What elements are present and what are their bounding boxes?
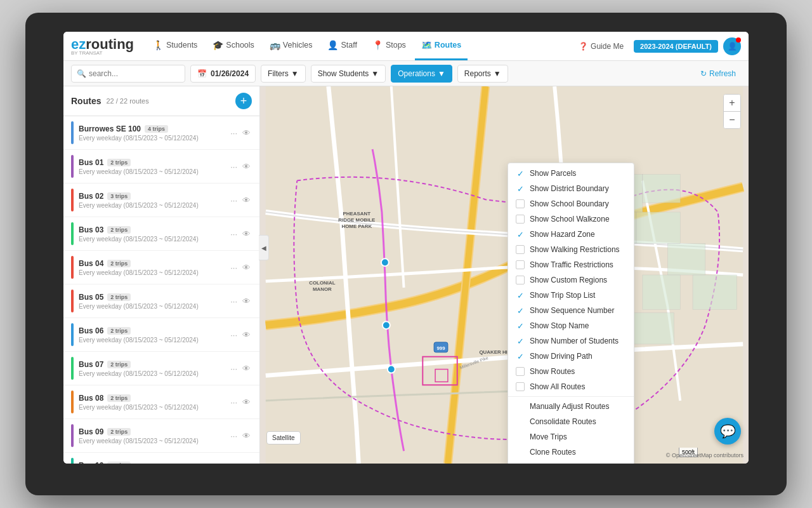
year-badge[interactable]: 2023-2024 (DEFAULT) xyxy=(634,40,718,53)
route-more-button[interactable]: ··· xyxy=(229,228,239,240)
ops-item-show_number_of_students[interactable]: Show Number of Students xyxy=(508,333,634,349)
toolbar: 🔍 📅 01/26/2024 Filters ▼ Show Students ▼… xyxy=(63,61,749,86)
ops-divider xyxy=(508,396,634,397)
ops-item-auto_generate[interactable]: Auto Generate Routes xyxy=(508,460,634,464)
ops-item-show_school_boundary[interactable]: Show School Boundary xyxy=(508,196,634,211)
filters-button[interactable]: Filters ▼ xyxy=(261,65,306,83)
route-actions: ··· 👁 xyxy=(229,363,252,375)
operations-button[interactable]: Operations ▼ xyxy=(391,65,452,83)
satellite-button[interactable]: Satellite xyxy=(266,431,301,444)
route-more-button[interactable]: ··· xyxy=(229,464,239,464)
operations-label: Operations xyxy=(398,69,435,78)
reports-button[interactable]: Reports ▼ xyxy=(457,65,508,83)
chat-widget[interactable]: 💬 xyxy=(714,418,741,444)
ops-item-move_trips[interactable]: Move Trips xyxy=(508,429,634,444)
route-item[interactable]: Burrowes SE 100 4 trips Every weekday (0… xyxy=(63,116,259,150)
route-item[interactable]: Bus 08 2 trips Every weekday (08/15/2023… xyxy=(63,385,259,419)
date-button[interactable]: 📅 01/26/2024 xyxy=(190,65,256,83)
map-area[interactable]: PHEASANT RIDGE MOBILE HOME PARK COLONIAL… xyxy=(260,86,749,464)
ops-item-show_routes[interactable]: Show Routes xyxy=(508,364,634,379)
filters-label: Filters xyxy=(268,69,289,78)
ops-item-show_custom_regions[interactable]: Show Custom Regions xyxy=(508,272,634,288)
route-more-button[interactable]: ··· xyxy=(229,329,239,341)
show-students-button[interactable]: Show Students ▼ xyxy=(311,65,386,83)
nav-item-stops[interactable]: 📍 Stops xyxy=(366,32,412,60)
route-more-button[interactable]: ··· xyxy=(229,127,239,139)
nav-item-schools[interactable]: 🎓 Schools xyxy=(206,32,260,60)
route-item[interactable]: Bus 01 2 trips Every weekday (08/15/2023… xyxy=(63,150,259,184)
route-visibility-button[interactable]: 👁 xyxy=(241,161,252,173)
collapse-panel-button[interactable]: ◀ xyxy=(259,235,269,260)
ops-checkbox-show_routes xyxy=(516,367,525,376)
trip-badge: 2 trips xyxy=(107,293,131,301)
zoom-out-button[interactable]: − xyxy=(724,112,740,128)
search-input[interactable] xyxy=(89,69,180,78)
route-visibility-button[interactable]: 👁 xyxy=(241,194,252,206)
zoom-in-button[interactable]: + xyxy=(724,95,740,111)
route-visibility-button[interactable]: 👁 xyxy=(241,430,252,442)
route-schedule: Every weekday (08/15/2023 ~ 05/12/2024) xyxy=(79,438,229,444)
route-more-button[interactable]: ··· xyxy=(229,430,239,442)
route-item[interactable]: Bus 05 2 trips Every weekday (08/15/2023… xyxy=(63,284,259,318)
ops-item-show_driving_path[interactable]: Show Driving Path xyxy=(508,349,634,364)
route-actions: ··· 👁 xyxy=(229,161,252,173)
trip-badge: 3 trips xyxy=(107,192,131,200)
ops-item-show_school_walkzone[interactable]: Show School Walkzone xyxy=(508,211,634,227)
nav-item-students[interactable]: 🚶 Students xyxy=(147,32,204,60)
route-visibility-button[interactable]: 👁 xyxy=(241,464,252,464)
route-more-button[interactable]: ··· xyxy=(229,363,239,375)
ops-item-manually_adjust[interactable]: Manually Adjust Routes xyxy=(508,399,634,414)
nav-item-vehicles[interactable]: 🚌 Vehicles xyxy=(263,32,319,60)
route-item[interactable]: Bus 02 3 trips Every weekday (08/15/2023… xyxy=(63,184,259,217)
route-visibility-button[interactable]: 👁 xyxy=(241,329,252,341)
ops-item-show_hazard_zone[interactable]: Show Hazard Zone xyxy=(508,227,634,242)
ops-item-show_trip_stop_list[interactable]: Show Trip Stop List xyxy=(508,288,634,303)
satellite-label: Satellite xyxy=(272,434,295,441)
svg-text:COLONIAL: COLONIAL xyxy=(309,280,335,286)
route-visibility-button[interactable]: 👁 xyxy=(241,262,252,274)
route-actions: ··· 👁 xyxy=(229,464,252,464)
route-visibility-button[interactable]: 👁 xyxy=(241,295,252,307)
ops-item-show_sequence_number[interactable]: Show Sequence Number xyxy=(508,303,634,318)
route-actions: ··· 👁 xyxy=(229,228,252,240)
route-more-button[interactable]: ··· xyxy=(229,396,239,408)
route-visibility-button[interactable]: 👁 xyxy=(241,228,252,240)
route-visibility-button[interactable]: 👁 xyxy=(241,363,252,375)
trip-badge: 2 trips xyxy=(107,260,131,267)
ops-item-show_stop_name[interactable]: Show Stop Name xyxy=(508,318,634,333)
route-item[interactable]: Bus 07 2 trips Every weekday (08/15/2023… xyxy=(63,352,259,385)
ops-item-consolidate_routes[interactable]: Consolidate Routes xyxy=(508,414,634,429)
ops-item-show_walking_restrictions[interactable]: Show Walking Restrictions xyxy=(508,242,634,257)
nav-item-staff[interactable]: 👤 Staff xyxy=(321,32,363,60)
routes-count: 22 / 22 routes xyxy=(106,97,148,105)
route-more-button[interactable]: ··· xyxy=(229,161,239,173)
ops-label-show_driving_path: Show Driving Path xyxy=(530,352,593,361)
guide-button[interactable]: ❓ Guide Me xyxy=(573,39,629,53)
ops-label-show_school_boundary: Show School Boundary xyxy=(530,199,609,208)
route-item[interactable]: Bus 09 2 trips Every weekday (08/15/2023… xyxy=(63,419,259,453)
nav-item-routes[interactable]: 🗺️ Routes xyxy=(415,32,468,60)
refresh-button[interactable]: ↻ Refresh xyxy=(695,67,741,81)
add-route-button[interactable]: + xyxy=(235,93,252,109)
route-item[interactable]: Bus 06 2 trips Every weekday (08/15/2023… xyxy=(63,318,259,352)
route-more-button[interactable]: ··· xyxy=(229,194,239,206)
laptop-frame: ezrouting BY TRANSAT 🚶 Students 🎓 School… xyxy=(25,13,787,495)
route-more-button[interactable]: ··· xyxy=(229,262,239,274)
route-item[interactable]: Bus 04 2 trips Every weekday (08/15/2023… xyxy=(63,251,259,284)
route-item[interactable]: Bus 03 2 trips Every weekday (08/15/2023… xyxy=(63,217,259,251)
ops-item-clone_routes[interactable]: Clone Routes xyxy=(508,444,634,460)
routes-title: Routes xyxy=(71,96,101,106)
route-visibility-button[interactable]: 👁 xyxy=(241,396,252,408)
logo: ezrouting BY TRANSAT xyxy=(71,36,134,56)
user-avatar[interactable]: 👤 xyxy=(723,37,741,55)
route-more-button[interactable]: ··· xyxy=(229,295,239,307)
ops-item-show_parcels[interactable]: Show Parcels xyxy=(508,166,634,181)
route-actions: ··· 👁 xyxy=(229,127,252,139)
ops-item-show_district_boundary[interactable]: Show District Boundary xyxy=(508,181,634,196)
route-item[interactable]: Bus 10 2 trips Every weekday (08/15/2023… xyxy=(63,453,259,464)
ops-item-show_traffic_restrictions[interactable]: Show Traffic Restrictions xyxy=(508,257,634,272)
route-visibility-button[interactable]: 👁 xyxy=(241,127,252,139)
route-color-bar xyxy=(71,323,74,346)
schools-icon: 🎓 xyxy=(213,40,223,50)
ops-item-show_all_routes[interactable]: Show All Routes xyxy=(508,379,634,394)
